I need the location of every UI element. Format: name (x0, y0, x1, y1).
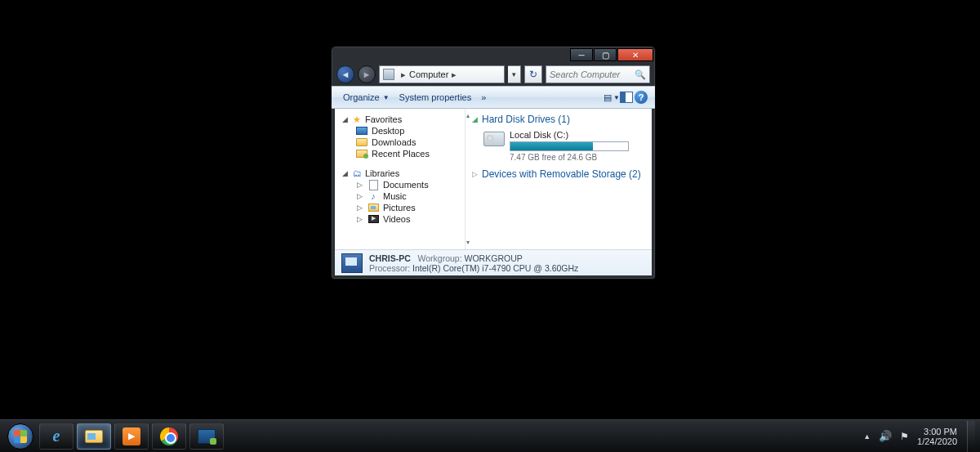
details-computer-name: CHRIS-PC (369, 253, 411, 263)
sidebar-item-recent-places[interactable]: Recent Places (341, 148, 461, 159)
videos-icon (368, 215, 379, 223)
toolbar-overflow[interactable]: » (476, 91, 491, 104)
app-icon (198, 429, 216, 444)
start-button[interactable] (5, 421, 36, 452)
close-button[interactable]: ✕ (617, 48, 653, 61)
drive-usage-bar (510, 141, 629, 151)
address-dropdown[interactable]: ▾ (508, 65, 521, 83)
sidebar-item-label: Music (383, 191, 407, 201)
drive-local-disk-c[interactable]: Local Disk (C:) 7.47 GB free of 24.6 GB (472, 128, 645, 167)
drive-usage-fill (510, 142, 593, 150)
collapse-icon: ◢ (472, 115, 478, 123)
collapse-icon: ◢ (341, 115, 349, 123)
sidebar-item-label: Documents (383, 180, 429, 190)
back-button[interactable]: ◄ (336, 65, 354, 83)
details-workgroup-value: WORKGROUP (465, 253, 523, 263)
system-tray: ▲ 🔊 ⚑ 3:00 PM 1/24/2020 (863, 427, 962, 446)
breadcrumb-computer[interactable]: Computer (409, 69, 448, 79)
address-bar-row: ◄ ► ▸ Computer ▸ ▾ ↻ 🔍 (332, 63, 655, 86)
removable-header-label: Devices with Removable Storage (2) (482, 168, 641, 180)
preview-pane-button[interactable] (619, 90, 634, 105)
system-properties-button[interactable]: System properties (394, 91, 477, 104)
maximize-button[interactable]: ▢ (594, 48, 617, 61)
details-pane: CHRIS-PC Workgroup: WORKGROUP Processor:… (335, 249, 652, 275)
system-properties-label: System properties (399, 92, 472, 102)
help-button[interactable]: ? (634, 90, 648, 105)
clock-date: 1/24/2020 (917, 436, 957, 446)
refresh-button[interactable]: ↻ (524, 65, 542, 83)
sidebar-item-downloads[interactable]: Downloads (341, 136, 461, 148)
explorer-icon (85, 430, 103, 443)
taskbar-clock[interactable]: 3:00 PM 1/24/2020 (917, 427, 957, 446)
command-bar: Organize ▼ System properties » ▤▼ ? (332, 86, 655, 109)
scroll-up-icon: ▴ (466, 112, 470, 119)
libraries-label: Libraries (365, 168, 399, 178)
hdd-section-header[interactable]: ◢ Hard Disk Drives (1) (472, 112, 645, 128)
computer-icon (383, 69, 394, 80)
ie-icon: e (53, 427, 60, 445)
drive-free-text: 7.47 GB free of 24.6 GB (510, 153, 629, 162)
drive-name: Local Disk (C:) (510, 130, 629, 140)
libraries-icon: 🗂 (351, 168, 363, 178)
computer-large-icon (341, 253, 363, 273)
expand-icon: ▷ (356, 215, 363, 223)
taskbar-chrome[interactable] (152, 423, 186, 450)
address-bar[interactable]: ▸ Computer ▸ (379, 65, 505, 83)
search-box[interactable]: 🔍 (546, 65, 650, 83)
taskbar-explorer[interactable] (77, 423, 111, 450)
removable-section-header[interactable]: ▷ Devices with Removable Storage (2) (472, 167, 645, 183)
search-icon: 🔍 (635, 69, 646, 80)
sidebar-item-music[interactable]: ▷ ♪ Music (341, 190, 461, 202)
search-input[interactable] (550, 69, 631, 79)
window-titlebar[interactable]: ─ ▢ ✕ (332, 47, 655, 63)
libraries-group[interactable]: ◢ 🗂 Libraries (341, 168, 461, 179)
favorites-group[interactable]: ◢ ★ Favorites (341, 114, 461, 125)
tray-overflow-button[interactable]: ▲ (863, 432, 871, 441)
details-processor-value: Intel(R) Core(TM) i7-4790 CPU @ 3.60GHz (412, 263, 578, 273)
expand-icon: ▷ (356, 192, 363, 200)
documents-icon (369, 180, 378, 190)
overflow-label: » (481, 92, 486, 102)
minimize-button[interactable]: ─ (570, 48, 593, 61)
taskbar-app[interactable] (189, 423, 224, 450)
organize-menu[interactable]: Organize ▼ (338, 91, 394, 104)
sidebar-item-label: Videos (383, 214, 410, 224)
volume-icon[interactable]: 🔊 (879, 430, 892, 442)
taskbar-ie[interactable]: e (39, 423, 74, 450)
sidebar-item-documents[interactable]: ▷ Documents (341, 179, 461, 190)
scroll-down-icon: ▾ (466, 239, 470, 246)
explorer-window: ─ ▢ ✕ ◄ ► ▸ Computer ▸ ▾ ↻ 🔍 Organize ▼ … (331, 46, 656, 280)
action-center-icon[interactable]: ⚑ (900, 431, 909, 442)
chevron-down-icon: ▼ (383, 94, 390, 101)
collapse-icon: ◢ (341, 169, 349, 177)
show-desktop-button[interactable] (967, 421, 975, 452)
navigation-pane: ◢ ★ Favorites Desktop Downloads Recent P… (335, 109, 466, 249)
taskbar: e ▶ ▲ 🔊 ⚑ 3:00 PM 1/24/2020 (0, 419, 980, 452)
hdd-header-label: Hard Disk Drives (1) (482, 114, 570, 125)
music-icon: ♪ (368, 191, 379, 201)
folder-icon (356, 138, 368, 146)
clock-time: 3:00 PM (917, 427, 957, 436)
expand-icon: ▷ (356, 204, 363, 212)
content-pane: ◢ Hard Disk Drives (1) Local Disk (C:) 7… (470, 109, 652, 249)
forward-button[interactable]: ► (358, 65, 376, 83)
favorites-label: Favorites (365, 114, 402, 124)
breadcrumb-sep: ▸ (448, 69, 460, 80)
expand-icon: ▷ (356, 181, 363, 189)
change-view-button[interactable]: ▤▼ (604, 90, 619, 105)
taskbar-media-player[interactable]: ▶ (114, 423, 149, 450)
sidebar-item-pictures[interactable]: ▷ Pictures (341, 202, 461, 213)
sidebar-item-desktop[interactable]: Desktop (341, 125, 461, 136)
sidebar-item-label: Recent Places (372, 149, 430, 159)
details-processor-label: Processor: (369, 263, 410, 273)
desktop-icon (356, 127, 368, 135)
sidebar-item-label: Downloads (372, 137, 416, 147)
chrome-icon (160, 427, 178, 445)
breadcrumb-sep: ▸ (398, 69, 409, 80)
star-icon: ★ (351, 114, 363, 124)
organize-label: Organize (343, 92, 380, 102)
hard-drive-icon (483, 132, 505, 146)
sidebar-item-label: Pictures (383, 203, 416, 213)
sidebar-item-videos[interactable]: ▷ Videos (341, 213, 461, 225)
pictures-icon (368, 204, 379, 212)
